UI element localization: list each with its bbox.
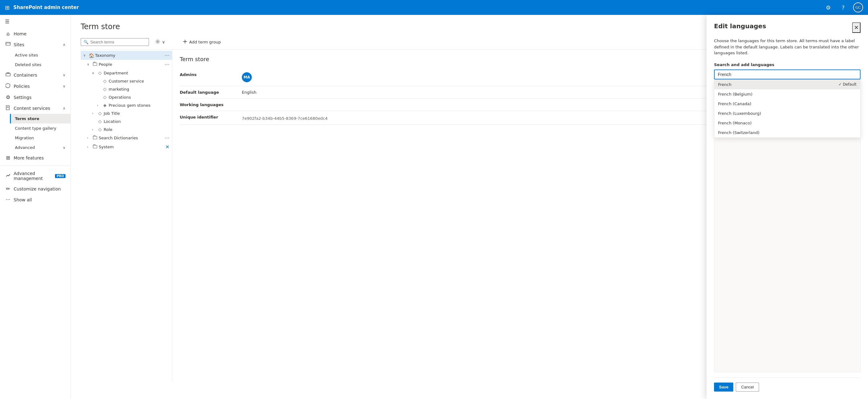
sidebar-item-content-services[interactable]: Content services ∧: [0, 103, 70, 114]
checkmark-icon: ✓: [838, 82, 842, 87]
search-terms-box[interactable]: 🔍: [81, 38, 149, 46]
lang-option-french[interactable]: French ✓ Default: [714, 80, 860, 89]
tree-item-job-title[interactable]: › ◇ Job Title: [81, 109, 172, 117]
more-features-icon: ⊞: [5, 155, 11, 161]
content-type-gallery-label: Content type gallery: [15, 126, 57, 131]
save-button[interactable]: Save: [714, 383, 733, 392]
advanced-mgmt-icon: [5, 173, 11, 179]
sidebar-item-show-all[interactable]: ··· Show all: [0, 194, 70, 205]
pgs-icon: ◈: [102, 103, 107, 108]
main-layout: ☰ ⌂ Home Sites ∧ Active sites Deleted si…: [0, 15, 868, 399]
tree-item-search-dictionaries[interactable]: › Search Dictionaries ⋯: [81, 133, 172, 142]
deleted-sites-label: Deleted sites: [15, 62, 41, 67]
search-lang-wrapper: French ✓ Default French (Belgium) French…: [714, 69, 861, 79]
system-label: System: [99, 144, 164, 149]
french-label: French: [718, 82, 732, 87]
lang-option-french-monaco[interactable]: French (Monaco): [714, 118, 860, 128]
sidebar-item-settings[interactable]: ⚙ Settings: [0, 92, 70, 103]
tree-item-system[interactable]: › System ✕: [81, 142, 172, 152]
sidebar-item-active-sites[interactable]: Active sites: [10, 50, 70, 60]
sidebar-item-advanced[interactable]: Advanced ∨: [10, 143, 70, 152]
sidebar-item-content-type-gallery[interactable]: Content type gallery: [10, 124, 70, 133]
add-term-group-button[interactable]: Add term group: [179, 37, 225, 47]
help-icon[interactable]: ?: [838, 2, 848, 12]
add-icon: [183, 39, 187, 45]
topbar: ⊞ SharePoint admin center ⚙ ?: [0, 0, 868, 15]
sidebar-item-containers[interactable]: Containers ∨: [0, 69, 70, 81]
marketing-icon: ◇: [102, 87, 107, 92]
lang-option-french-canada[interactable]: French (Canada): [714, 99, 860, 109]
system-more-icon[interactable]: ✕: [165, 144, 169, 150]
customize-nav-icon: ✏: [5, 186, 11, 192]
system-chevron: ›: [87, 145, 91, 149]
lang-option-french-switzerland[interactable]: French (Switzerland): [714, 128, 860, 137]
tree-item-marketing[interactable]: › ◇ marketing: [81, 85, 172, 93]
people-more-icon[interactable]: ⋯: [164, 61, 169, 67]
tree-item-location[interactable]: › ◇ Location: [81, 117, 172, 125]
user-avatar[interactable]: [853, 2, 863, 12]
sidebar-item-more-features[interactable]: ⊞ More features: [0, 152, 70, 163]
sidebar-label-home: Home: [14, 31, 26, 36]
taxonomy-more-icon[interactable]: ⋯: [164, 53, 169, 58]
svg-point-7: [157, 41, 159, 42]
show-all-label: Show all: [14, 197, 32, 202]
containers-label: Containers: [14, 73, 37, 77]
sd-more-icon[interactable]: ⋯: [164, 135, 169, 141]
role-chevron: ›: [92, 128, 96, 132]
people-chevron: ∨: [87, 62, 91, 66]
panel-description: Choose the languages for this term store…: [714, 38, 861, 56]
content-services-chevron: ∧: [63, 106, 65, 110]
department-chevron: ∨: [92, 71, 96, 75]
sidebar-label-sites: Sites: [14, 42, 24, 47]
migration-label: Migration: [15, 136, 34, 140]
sidebar-item-policies[interactable]: Policies ∨: [0, 81, 70, 92]
grid-icon[interactable]: ⊞: [5, 4, 10, 11]
sidebar-item-home[interactable]: ⌂ Home: [0, 28, 70, 39]
tree-item-role[interactable]: › ◇ Role: [81, 125, 172, 133]
cancel-button[interactable]: Cancel: [736, 383, 759, 392]
search-lang-label: Search and add languages: [714, 62, 861, 67]
app-title: SharePoint admin center: [13, 5, 819, 10]
edit-languages-panel: Edit languages ✕ Choose the languages fo…: [707, 15, 868, 399]
french-canada-label: French (Canada): [718, 101, 751, 106]
tree-item-taxonomy[interactable]: ∨ 🏠 Taxonomy ⋯: [81, 51, 172, 60]
hamburger-button[interactable]: ☰: [0, 15, 70, 28]
settings-dropdown-chevron: ∨: [162, 40, 165, 44]
tree-item-people[interactable]: ∨ People ⋯: [81, 60, 172, 69]
lang-option-french-luxembourg[interactable]: French (Luxembourg): [714, 109, 860, 118]
sidebar-item-migration[interactable]: Migration: [10, 133, 70, 143]
tree-item-precious-gem-stones[interactable]: › ◈ Precious gem stones: [81, 101, 172, 109]
sidebar-item-deleted-sites[interactable]: Deleted sites: [10, 60, 70, 69]
jt-chevron: ›: [92, 111, 96, 115]
advanced-management-label: Advanced management: [14, 171, 51, 181]
sidebar-item-term-store[interactable]: Term store: [10, 114, 70, 124]
tree-item-customer-service[interactable]: › ◇ Customer service: [81, 77, 172, 85]
people-label: People: [99, 62, 163, 67]
lang-option-french-belgium[interactable]: French (Belgium): [714, 89, 860, 99]
unique-identifier-label: Unique identifier: [180, 115, 236, 120]
settings-icon[interactable]: ⚙: [823, 2, 833, 12]
search-icon: 🔍: [84, 40, 89, 44]
search-lang-input[interactable]: [714, 69, 861, 79]
operations-icon: ◇: [102, 95, 107, 100]
working-languages-label: Working languages: [180, 102, 236, 107]
settings-nav-icon: ⚙: [5, 94, 11, 100]
admins-label: Admins: [180, 72, 236, 77]
panel-close-button[interactable]: ✕: [852, 22, 861, 33]
term-tree: ∨ 🏠 Taxonomy ⋯ ∨ People ⋯ ∨: [81, 49, 172, 381]
admin-avatar: MA: [242, 72, 252, 82]
tree-item-operations[interactable]: › ◇ Operations: [81, 93, 172, 101]
taxonomy-chevron: ∨: [83, 53, 88, 57]
department-icon: ◇: [97, 70, 102, 75]
sidebar-item-customize-nav[interactable]: ✏ Customize navigation: [0, 184, 70, 194]
settings-dropdown-button[interactable]: ∨: [152, 37, 169, 47]
containers-icon: [5, 72, 11, 78]
search-dict-icon: [93, 135, 97, 140]
search-terms-input[interactable]: [90, 40, 146, 44]
search-dictionaries-label: Search Dictionaries: [99, 136, 163, 140]
tree-item-department[interactable]: ∨ ◇ Department: [81, 69, 172, 77]
active-sites-label: Active sites: [15, 53, 38, 57]
sidebar-item-sites[interactable]: Sites ∧: [0, 39, 70, 50]
sidebar-item-advanced-management[interactable]: Advanced management PRO: [0, 168, 70, 184]
french-belgium-label: French (Belgium): [718, 92, 752, 97]
